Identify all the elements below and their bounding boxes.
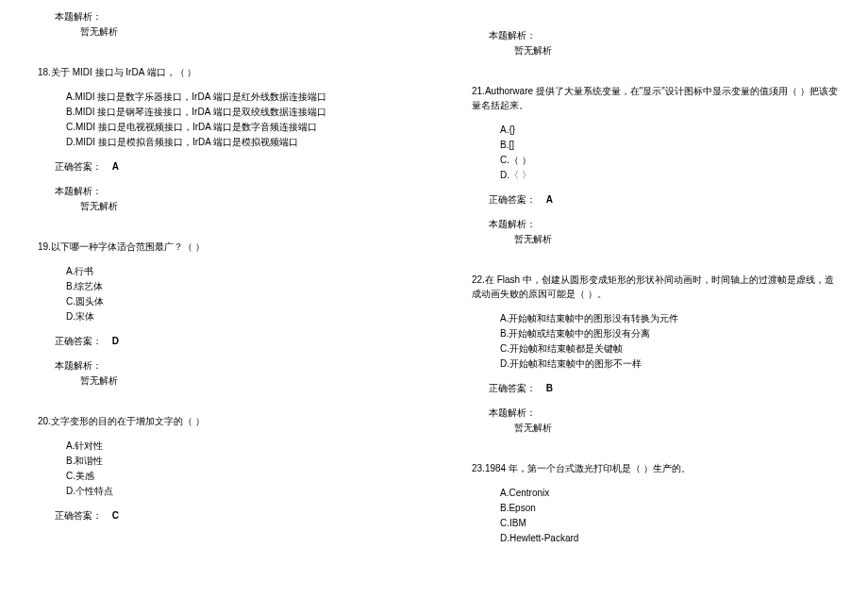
answer-row: 正确答案： D: [55, 334, 406, 348]
pre-analysis-block: 本题解析： 暂无解析: [38, 9, 406, 39]
analysis-title: 本题解析：: [55, 184, 406, 198]
option-a: A.Centronix: [500, 486, 840, 500]
analysis-content: 暂无解析: [514, 232, 840, 246]
question-22: 22.在 Flash 中，创建从圆形变成矩形的形状补间动画时，时间轴上的过渡帧是…: [472, 273, 840, 435]
option-c: C.MIDI 接口是电视视频接口，IrDA 端口是数字音频连接端口: [66, 120, 406, 134]
analysis-content: 暂无解析: [514, 43, 840, 58]
option-c: C.开始帧和结束帧都是关键帧: [500, 341, 840, 356]
analysis-content: 暂无解析: [80, 373, 406, 388]
option-d: D.个性特点: [66, 484, 406, 498]
question-21: 21.Authorware 提供了大量系统变量，在"显示"设计图标中显示变量的值…: [472, 84, 840, 246]
answer-label: 正确答案：: [489, 194, 536, 205]
answer-row: 正确答案： B: [489, 381, 840, 395]
question-19: 19.以下哪一种字体适合范围最广？（ ） A.行书 B.综艺体 C.圆头体 D.…: [38, 240, 406, 388]
question-title: 18.关于 MIDI 接口与 IrDA 端口，（ ）: [38, 65, 406, 79]
analysis-title: 本题解析：: [489, 217, 840, 231]
left-column: 本题解析： 暂无解析 18.关于 MIDI 接口与 IrDA 端口，（ ） A.…: [0, 0, 434, 614]
answer-row: 正确答案： A: [55, 159, 406, 174]
option-a: A.行书: [66, 264, 406, 278]
option-b: B.开始帧或结束帧中的图形没有分离: [500, 326, 840, 340]
analysis-title: 本题解析：: [489, 28, 840, 42]
option-a: A.{}: [500, 123, 840, 137]
answer-row: 正确答案： C: [55, 508, 406, 523]
right-column: 本题解析： 暂无解析 21.Authorware 提供了大量系统变量，在"显示"…: [434, 0, 868, 614]
option-c: C.（ ）: [500, 153, 840, 167]
option-c: C.圆头体: [66, 294, 406, 308]
analysis-title: 本题解析：: [55, 358, 406, 373]
question-title: 23.1984 年，第一个台式激光打印机是（ ）生产的。: [472, 461, 840, 475]
analysis-content: 暂无解析: [514, 421, 840, 435]
question-20: 20.文字变形的目的在于增加文字的（ ） A.针对性 B.和谐性 C.美感 D.…: [38, 414, 406, 523]
question-title: 22.在 Flash 中，创建从圆形变成矩形的形状补间动画时，时间轴上的过渡帧是…: [472, 273, 840, 301]
question-23: 23.1984 年，第一个台式激光打印机是（ ）生产的。 A.Centronix…: [472, 461, 840, 545]
analysis-title: 本题解析：: [55, 9, 406, 24]
option-a: A.针对性: [66, 439, 406, 453]
question-title: 21.Authorware 提供了大量系统变量，在"显示"设计图标中显示变量的值…: [472, 84, 840, 112]
pre-analysis-block-right: 本题解析： 暂无解析: [472, 28, 840, 58]
question-title: 20.文字变形的目的在于增加文字的（ ）: [38, 414, 406, 428]
answer-value: B: [546, 383, 553, 393]
option-b: B.[]: [500, 138, 840, 152]
answer-label: 正确答案：: [55, 161, 102, 172]
option-a: A.MIDI 接口是数字乐器接口，IrDA 端口是红外线数据连接端口: [66, 90, 406, 104]
option-b: B.和谐性: [66, 454, 406, 468]
option-d: D.Hewlett-Packard: [500, 531, 840, 545]
analysis-content: 暂无解析: [80, 25, 406, 39]
answer-value: C: [112, 510, 119, 521]
option-b: B.Epson: [500, 501, 840, 515]
question-title: 19.以下哪一种字体适合范围最广？（ ）: [38, 240, 406, 254]
option-a: A.开始帧和结束帧中的图形没有转换为元件: [500, 311, 840, 325]
option-d: D.MIDI 接口是模拟音频接口，IrDA 端口是模拟视频端口: [66, 135, 406, 149]
answer-label: 正确答案：: [55, 336, 102, 346]
answer-label: 正确答案：: [55, 510, 102, 521]
analysis-title: 本题解析：: [489, 406, 840, 420]
option-c: C.美感: [66, 469, 406, 483]
option-c: C.IBM: [500, 516, 840, 530]
analysis-content: 暂无解析: [80, 199, 406, 213]
option-d: D.开始帧和结束帧中的图形不一样: [500, 357, 840, 371]
answer-value: D: [112, 336, 119, 346]
option-b: B.综艺体: [66, 279, 406, 293]
option-b: B.MIDI 接口是钢琴连接接口，IrDA 端口是双绞线数据连接端口: [66, 105, 406, 119]
option-d: D.宋体: [66, 309, 406, 324]
answer-row: 正确答案： A: [489, 192, 840, 207]
answer-label: 正确答案：: [489, 383, 536, 393]
answer-value: A: [546, 194, 553, 205]
question-18: 18.关于 MIDI 接口与 IrDA 端口，（ ） A.MIDI 接口是数字乐…: [38, 65, 406, 213]
answer-value: A: [112, 161, 119, 172]
option-d: D.〈 〉: [500, 168, 840, 182]
